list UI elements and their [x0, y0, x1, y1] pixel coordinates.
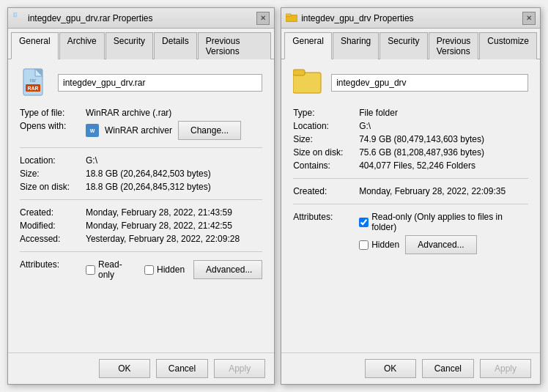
tab-general-left[interactable]: General	[11, 32, 59, 59]
svg-text:rar: rar	[30, 78, 37, 83]
winrar-icon: W	[86, 124, 99, 137]
size-on-disk-label: Size on disk:	[20, 182, 86, 192]
created-value: Monday, February 28, 2022, 21:43:59	[86, 207, 262, 218]
tab-security-left[interactable]: Security	[105, 32, 153, 59]
close-button-left[interactable]: ✕	[256, 12, 270, 25]
title-bar-left: integdev_gpu_drv.rar Properties ✕	[8, 8, 274, 29]
size-row-right: Size: 74.9 GB (80,479,143,603 bytes)	[293, 133, 528, 146]
type-row-right: Type: File folder	[293, 106, 528, 119]
location-label: Location:	[20, 155, 86, 166]
size-label-right: Size:	[293, 134, 359, 144]
divider-1	[20, 147, 262, 148]
modified-value: Monday, February 28, 2022, 21:42:55	[86, 221, 262, 231]
hidden-label: Hidden	[157, 265, 185, 275]
folder-icon	[293, 68, 322, 97]
content-right: Type: File folder Location: G:\ Size: 74…	[281, 59, 540, 352]
attributes-content-right: Read-only (Only applies to files in fold…	[359, 212, 528, 254]
hidden-checkbox[interactable]	[144, 265, 154, 275]
close-button-right[interactable]: ✕	[522, 12, 536, 25]
type-row: Type of file: WinRAR archive (.rar)	[20, 106, 262, 119]
attributes-row: Attributes: Read-only Hidden Advanced...	[20, 258, 262, 281]
type-label-right: Type:	[293, 108, 359, 118]
created-label-right: Created:	[293, 186, 359, 196]
opens-value: WinRAR archiver	[105, 125, 172, 136]
hidden-checkbox-row-right: Hidden	[359, 240, 399, 250]
created-row-right: Created: Monday, February 28, 2022, 22:0…	[293, 185, 528, 198]
type-value: WinRAR archive (.rar)	[86, 108, 262, 118]
hidden-checkbox-right[interactable]	[359, 240, 369, 250]
contains-label-right: Contains:	[293, 160, 359, 171]
svg-text:RAR: RAR	[27, 86, 38, 91]
footer-left: OK Cancel Apply	[8, 352, 274, 384]
advanced-button-left[interactable]: Advanced...	[193, 260, 262, 279]
location-row-right: Location: G:\	[293, 119, 528, 133]
apply-button-left[interactable]: Apply	[214, 359, 265, 378]
tab-prev-versions-left[interactable]: Previous Versions	[198, 32, 271, 59]
ok-button-right[interactable]: OK	[365, 359, 416, 378]
divider-2	[20, 199, 262, 200]
advanced-button-right[interactable]: Advanced...	[405, 235, 476, 254]
modified-label: Modified:	[20, 221, 86, 231]
attributes-label: Attributes:	[20, 259, 86, 270]
tab-archive-left[interactable]: Archive	[59, 32, 105, 59]
title-right: integdev_gpu_drv Properties	[301, 13, 413, 23]
hidden-checkbox-row: Hidden	[144, 265, 185, 275]
title-bar-icon-left	[12, 12, 24, 24]
contains-value-right: 404,077 Files, 52,246 Folders	[359, 160, 528, 171]
opens-with-row: Opens with: W WinRAR archiver Change...	[20, 119, 262, 141]
type-label: Type of file:	[20, 108, 86, 118]
tab-general-right[interactable]: General	[284, 32, 332, 59]
title-left: integdev_gpu_drv.rar Properties	[28, 13, 153, 23]
size-on-disk-value: 18.8 GB (20,264,845,312 bytes)	[86, 182, 262, 192]
file-header-right	[293, 68, 528, 97]
tabs-left: General Archive Security Details Previou…	[8, 29, 274, 59]
accessed-label: Accessed:	[20, 234, 86, 244]
size-row: Size: 18.8 GB (20,264,842,503 bytes)	[20, 167, 262, 180]
tab-security-right[interactable]: Security	[379, 32, 427, 59]
svg-rect-9	[293, 70, 305, 75]
size-on-disk-row-right: Size on disk: 75.6 GB (81,208,487,936 by…	[293, 146, 528, 159]
opens-label: Opens with:	[20, 121, 86, 131]
size-value-right: 74.9 GB (80,479,143,603 bytes)	[359, 134, 528, 144]
readonly-label: Read-only	[98, 259, 136, 280]
change-button[interactable]: Change...	[178, 121, 241, 140]
rar-file-icon: RAR rar	[20, 68, 49, 97]
cancel-button-right[interactable]: Cancel	[422, 359, 474, 378]
readonly-checkbox-row: Read-only	[86, 259, 136, 280]
readonly-checkbox-right[interactable]	[359, 218, 369, 227]
location-row: Location: G:\	[20, 154, 262, 167]
size-value: 18.8 GB (20,264,842,503 bytes)	[86, 169, 262, 179]
apply-button-right[interactable]: Apply	[480, 359, 531, 378]
tab-sharing-right[interactable]: Sharing	[333, 32, 379, 59]
modified-row: Modified: Monday, February 28, 2022, 21:…	[20, 219, 262, 232]
readonly-checkbox[interactable]	[86, 265, 95, 275]
svg-rect-7	[286, 14, 291, 16]
file-name-input-left[interactable]	[58, 74, 262, 92]
accessed-value: Yesterday, February 28, 2022, 22:09:28	[86, 234, 262, 244]
opens-with-content: W WinRAR archiver Change...	[86, 121, 241, 140]
title-bar-right: integdev_gpu_drv Properties ✕	[281, 8, 540, 29]
attributes-content: Read-only Hidden Advanced...	[86, 259, 262, 280]
ok-button-left[interactable]: OK	[99, 359, 150, 378]
location-value-right: G:\	[359, 121, 528, 131]
accessed-row: Accessed: Yesterday, February 28, 2022, …	[20, 232, 262, 245]
cancel-button-left[interactable]: Cancel	[156, 359, 208, 378]
content-left: RAR rar Type of file: WinRAR archive (.r…	[8, 59, 274, 352]
file-header-left: RAR rar	[20, 68, 262, 97]
divider-3	[20, 251, 262, 252]
tabs-right: General Sharing Security Previous Versio…	[281, 29, 540, 59]
tab-prev-versions-right[interactable]: Previous Versions	[429, 32, 479, 59]
type-value-right: File folder	[359, 108, 528, 118]
readonly-checkbox-row-right: Read-only (Only applies to files in fold…	[359, 212, 528, 232]
rar-properties-dialog: integdev_gpu_drv.rar Properties ✕ Genera…	[7, 7, 275, 385]
created-label: Created:	[20, 207, 86, 218]
file-name-input-right[interactable]	[331, 74, 528, 92]
location-value: G:\	[86, 155, 262, 166]
tab-customize-right[interactable]: Customize	[479, 32, 537, 59]
created-value-right: Monday, February 28, 2022, 22:09:35	[359, 186, 528, 196]
attributes-row-right: Attributes: Read-only (Only applies to f…	[293, 210, 528, 256]
title-bar-icon-right	[286, 12, 297, 24]
tab-details-left[interactable]: Details	[154, 32, 197, 59]
created-row: Created: Monday, February 28, 2022, 21:4…	[20, 206, 262, 219]
attributes-label-right: Attributes:	[293, 212, 359, 222]
